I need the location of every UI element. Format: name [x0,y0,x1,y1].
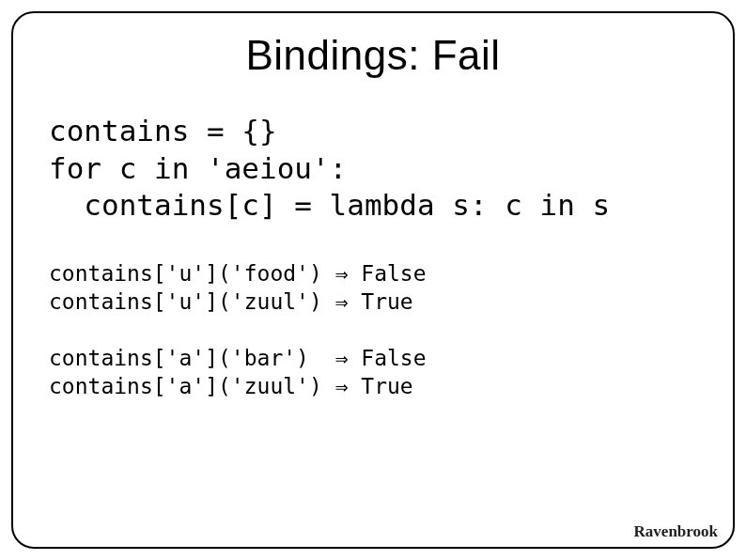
slide-title: Bindings: Fail [49,32,697,79]
code-output-block: contains['u']('food') ⇒ False contains['… [49,260,697,400]
brand-footer: Ravenbrook [634,522,718,541]
code-main-block: contains = {} for c in 'aeiou': contains… [49,113,697,225]
slide-frame: Bindings: Fail contains = {} for c in 'a… [11,11,735,549]
